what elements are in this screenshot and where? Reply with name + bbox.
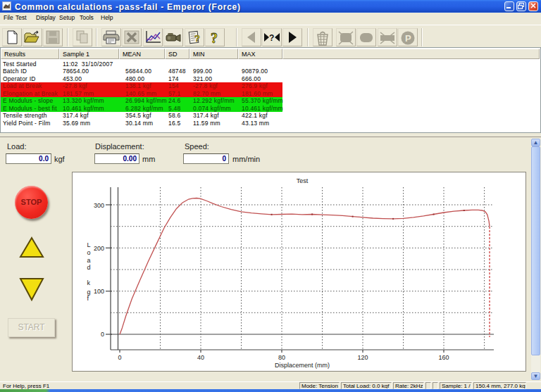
svg-text:L: L xyxy=(87,241,91,248)
svg-text:a: a xyxy=(87,257,91,264)
svg-text:0: 0 xyxy=(118,354,121,361)
svg-text:d: d xyxy=(87,264,91,271)
svg-text:?: ? xyxy=(194,33,200,44)
svg-text:300: 300 xyxy=(94,202,104,209)
svg-text:Displacement (mm): Displacement (mm) xyxy=(275,362,330,369)
svg-text:f: f xyxy=(87,295,89,302)
svg-text:0: 0 xyxy=(101,331,104,338)
svg-text:200: 200 xyxy=(94,245,104,252)
svg-text:160: 160 xyxy=(438,354,449,361)
svg-text:100: 100 xyxy=(94,288,104,295)
svg-text:Test: Test xyxy=(297,177,309,184)
svg-text:80: 80 xyxy=(278,354,285,361)
svg-text:o: o xyxy=(87,249,91,256)
svg-text:?: ? xyxy=(211,30,218,46)
svg-text:120: 120 xyxy=(357,354,368,361)
svg-text:40: 40 xyxy=(197,354,204,361)
svg-text:k: k xyxy=(87,279,91,286)
svg-text:P: P xyxy=(405,33,411,44)
svg-text:?: ? xyxy=(269,33,274,43)
